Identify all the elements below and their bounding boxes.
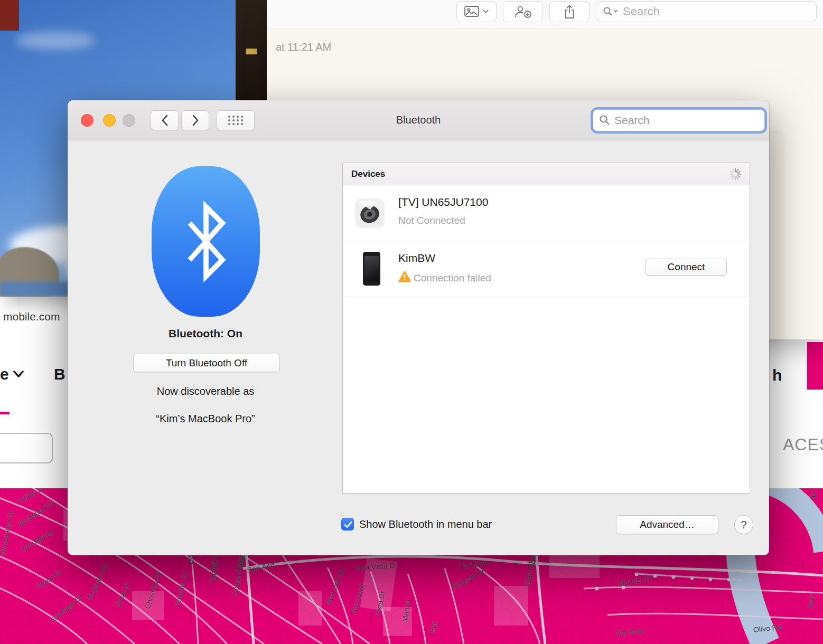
window-titlebar: Bluetooth Search <box>68 100 769 140</box>
connect-button[interactable]: Connect <box>646 259 727 276</box>
map-street-label: Olivo Rd <box>753 622 782 634</box>
book-spine-label <box>246 49 257 54</box>
painting-cloud <box>16 32 95 50</box>
map-street-label: Big <box>428 622 438 634</box>
mail-search-field[interactable]: Search <box>596 1 817 22</box>
nav-fragment-right: h <box>772 366 782 384</box>
turn-bluetooth-off-button[interactable]: Turn Bluetooth Off <box>133 354 280 372</box>
active-tab-underline <box>0 412 10 414</box>
media-browser-button[interactable] <box>456 1 497 22</box>
search-placeholder: Search <box>614 114 650 127</box>
menubar-checkbox[interactable] <box>341 518 354 531</box>
map-street-label: mothy Dr <box>16 488 46 505</box>
device-row-tv[interactable]: [TV] UN65JU7100 Not Connected <box>343 185 750 241</box>
map-street-label: Vista Dr <box>373 590 387 618</box>
discoverable-text: Now discoverable as <box>68 385 343 397</box>
photo-icon <box>464 6 489 17</box>
map-street-label: Santiago Dr <box>49 592 85 624</box>
map-street-label: A <box>810 490 817 501</box>
nav-dropdown-fragment[interactable]: e <box>0 365 24 383</box>
map-street-label: Mariner Dr <box>618 574 653 588</box>
devices-header-label: Devices <box>351 169 385 179</box>
map-street-label: Sea Aire <box>246 560 275 574</box>
places-heading-fragment: ACES <box>783 435 823 454</box>
search-icon <box>603 6 619 17</box>
scanning-spinner-icon <box>728 167 742 181</box>
help-button[interactable]: ? <box>734 515 753 534</box>
add-contact-button[interactable] <box>503 1 543 22</box>
map-street-label: Sea Lion Dr <box>324 566 347 606</box>
device-name: KimBW <box>398 252 435 264</box>
chevron-down-icon <box>13 371 24 378</box>
add-contact-icon <box>513 5 532 18</box>
map-street-label: Aver <box>806 593 816 609</box>
map-street-label: Buccaneer St <box>0 510 15 556</box>
check-icon <box>342 519 354 531</box>
map-street-label: Christina Dr <box>143 570 163 610</box>
url-fragment: mobile.com <box>3 310 60 323</box>
map-street-label: Staysail Dr <box>450 567 485 591</box>
nav-fragment-left: B <box>54 365 66 383</box>
map-street-label: Priscilla Dr <box>173 571 189 608</box>
bluetooth-rune-icon <box>180 201 232 282</box>
bluetooth-status-label: Bluetooth: On <box>68 327 343 340</box>
device-row-kimbw[interactable]: KimBW Connection failed Connect <box>343 241 750 297</box>
background-sheet-edge <box>767 133 784 339</box>
map-street-label: Via Solis <box>615 627 644 637</box>
device-status: Not Connected <box>398 215 465 226</box>
map-street-label: Marina <box>400 599 412 623</box>
share-icon <box>563 5 576 19</box>
warning-icon <box>398 271 411 285</box>
book-spine <box>236 0 270 101</box>
iphone-icon <box>363 252 380 286</box>
map-street-label: Elisa Dr <box>114 581 132 608</box>
search-icon <box>598 114 611 127</box>
bluetooth-icon <box>152 166 260 317</box>
speaker-icon <box>354 198 385 229</box>
partial-search-box[interactable] <box>0 433 53 463</box>
magenta-accent-block <box>807 342 823 390</box>
map-street-label: Yacht Dr <box>459 558 488 571</box>
map-street-label: Sea Vista Dr <box>356 561 397 572</box>
painting-red-corner <box>0 0 19 31</box>
mail-toolbar: Search <box>267 0 823 29</box>
device-name: [TV] UN65JU7100 <box>398 196 488 209</box>
message-timestamp: at 11:21 AM <box>276 41 331 53</box>
menubar-checkbox-label[interactable]: Show Bluetooth in menu bar <box>359 518 492 531</box>
map-street-label: Sea Knoll <box>349 583 367 615</box>
mail-search-placeholder: Search <box>623 5 660 18</box>
map-street-label: Taxco Dr <box>34 567 63 591</box>
bluetooth-preferences-window: Bluetooth Search Bluetooth: On Turn Blue… <box>68 100 769 555</box>
devices-panel: Devices <box>342 163 750 494</box>
device-name-text: “Kim’s MacBook Pro” <box>68 413 343 425</box>
map-street-label: Acapulco Dr <box>85 562 110 602</box>
devices-header: Devices <box>343 163 750 185</box>
device-status: Connection failed <box>414 272 491 284</box>
map-street-label: Armada Dr <box>20 528 55 553</box>
preferences-search-field[interactable]: Search <box>593 109 765 131</box>
chevron-down-icon <box>483 10 488 13</box>
share-button[interactable] <box>549 1 590 22</box>
advanced-button[interactable]: Advanced… <box>616 515 718 534</box>
